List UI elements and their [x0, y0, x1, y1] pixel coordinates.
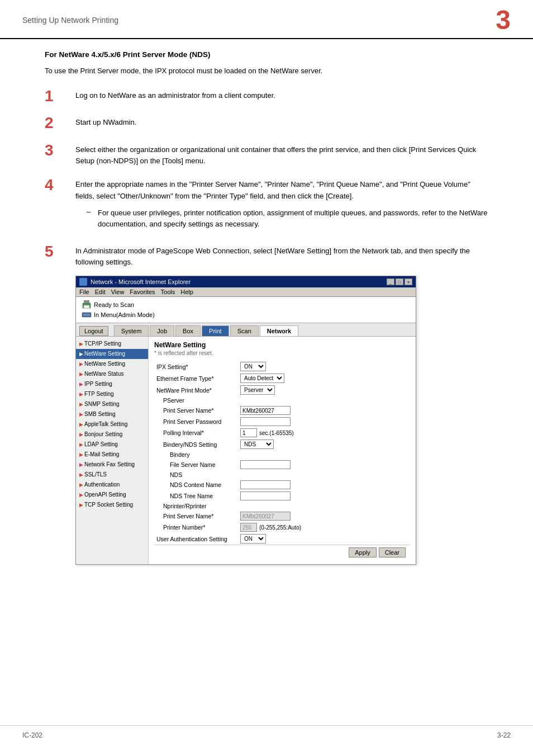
- sidebar-tcpip[interactable]: ▶TCP/IP Setting: [76, 339, 148, 349]
- web-top-bar: Ready to Scan In Menu(Admin Mode): [76, 297, 416, 323]
- nds-tree-input[interactable]: [240, 492, 291, 500]
- sidebar-ssl[interactable]: ▶SSL/TLS: [76, 470, 148, 480]
- logout-button[interactable]: Logout: [79, 326, 108, 336]
- minimize-button[interactable]: _: [387, 278, 394, 285]
- page-footer: IC-202 3-22: [0, 725, 533, 745]
- sidebar-ldap[interactable]: ▶LDAP Setting: [76, 440, 148, 450]
- maximize-button[interactable]: □: [396, 278, 403, 285]
- tab-system[interactable]: System: [114, 325, 149, 336]
- status-line-1: Ready to Scan: [82, 300, 155, 309]
- content-area: For NetWare 4.x/5.x/6 Print Server Mode …: [0, 39, 533, 586]
- sidebar-appletalk[interactable]: ▶AppleTalk Setting: [76, 419, 148, 429]
- row-file-server: File Server Name: [154, 459, 410, 470]
- user-auth-label: User Authentication Setting: [154, 533, 238, 545]
- sidebar-ftp[interactable]: ▶FTP Setting: [76, 389, 148, 399]
- row-print-server-password: Print Server Password: [154, 416, 410, 427]
- polling-suffix: sec.(1-65535): [259, 430, 294, 436]
- step-number-3: 3: [45, 142, 75, 159]
- browser-titlebar: Network - Microsoft Internet Explorer _ …: [76, 276, 416, 287]
- row-ethernet: Ethernet Frame Type* Auto Detect: [154, 372, 410, 384]
- print-server-name-input[interactable]: [240, 406, 291, 415]
- row-printer-number: Printer Number* (0-255,255:Auto): [154, 522, 410, 533]
- netware-mode-value: PserverNprinterOff: [238, 384, 410, 396]
- nds-tree-value: [238, 490, 410, 502]
- step-2: 2 Start up NWadmin.: [45, 115, 488, 132]
- ethernet-select[interactable]: Auto Detect: [240, 374, 284, 383]
- section-heading: For NetWare 4.x/5.x/6 Print Server Mode …: [45, 50, 488, 59]
- nds-context-input[interactable]: [240, 480, 291, 489]
- arrow-icon-3: ▶: [79, 361, 83, 368]
- step-5: 5 In Administrator mode of PageScope Web…: [45, 243, 488, 565]
- printer-number-label: Printer Number*: [154, 522, 238, 533]
- sidebar-auth[interactable]: ▶Authentication: [76, 480, 148, 490]
- arrow-icon-5: ▶: [79, 381, 83, 388]
- arrow-icon-7: ▶: [79, 401, 83, 408]
- menu-file[interactable]: File: [79, 289, 89, 295]
- sidebar-ipp[interactable]: ▶IPP Setting: [76, 379, 148, 389]
- arrow-icon-8: ▶: [79, 411, 83, 418]
- row-user-auth: User Authentication Setting ONOFF: [154, 533, 410, 545]
- print-server-password-input[interactable]: [240, 417, 291, 426]
- browser-title: Network - Microsoft Internet Explorer: [91, 278, 191, 285]
- row-nprinter-label: Nprinter/Rprinter: [154, 502, 410, 511]
- clear-button[interactable]: Clear: [379, 547, 406, 557]
- menu-favorites[interactable]: Favorites: [130, 289, 155, 295]
- sidebar-netware-2[interactable]: ▶NetWare Setting: [76, 359, 148, 369]
- step-text-5: In Administrator mode of PageScope Web C…: [75, 244, 470, 266]
- web-body: ▶TCP/IP Setting ▶NetWare Setting ▶NetWar…: [76, 337, 416, 564]
- step-1: 1 Log on to NetWare as an administrator …: [45, 88, 488, 105]
- ipx-value: ONOFF: [238, 361, 410, 372]
- np-print-server-value: [238, 511, 410, 522]
- form-buttons: Apply Clear: [154, 545, 410, 560]
- arrow-icon: ▶: [79, 341, 83, 348]
- sidebar-tcpsocket[interactable]: ▶TCP Socket Setting: [76, 500, 148, 510]
- file-server-input[interactable]: [240, 460, 291, 469]
- browser-titlebar-buttons[interactable]: _ □ ×: [387, 278, 412, 285]
- menu-edit[interactable]: Edit: [95, 289, 106, 295]
- tab-network[interactable]: Network: [260, 325, 298, 336]
- sidebar-netware-status[interactable]: ▶NetWare Status: [76, 369, 148, 379]
- tab-scan[interactable]: Scan: [230, 325, 259, 336]
- arrow-icon-11: ▶: [79, 441, 83, 448]
- netware-mode-select[interactable]: PserverNprinterOff: [240, 385, 275, 395]
- print-server-password-label: Print Server Password: [154, 416, 238, 427]
- print-server-name-label: Print Server Name*: [154, 405, 238, 416]
- polling-input[interactable]: [240, 428, 257, 437]
- arrow-icon-17: ▶: [79, 502, 83, 509]
- apply-button[interactable]: Apply: [349, 547, 377, 557]
- browser-menubar: File Edit View Favorites Tools Help: [76, 287, 416, 297]
- sidebar-email[interactable]: ▶E-Mail Setting: [76, 450, 148, 460]
- step-number-5: 5: [45, 243, 75, 261]
- menu-help[interactable]: Help: [180, 289, 193, 295]
- svg-rect-1: [84, 300, 89, 303]
- sidebar-smb[interactable]: ▶SMB Setting: [76, 409, 148, 419]
- printer-number-suffix: (0-255,255:Auto): [259, 525, 301, 531]
- polling-value: sec.(1-65535): [238, 427, 410, 438]
- ipx-select[interactable]: ONOFF: [240, 362, 266, 371]
- ethernet-label: Ethernet Frame Type*: [154, 372, 238, 384]
- menu-view[interactable]: View: [111, 289, 125, 295]
- nds-context-label: NDS Context Name: [154, 479, 238, 490]
- sidebar-openapi[interactable]: ▶OpenAPI Setting: [76, 490, 148, 500]
- sidebar-bonjour[interactable]: ▶Bonjour Setting: [76, 429, 148, 440]
- tab-print[interactable]: Print: [202, 325, 229, 336]
- arrow-icon-6: ▶: [79, 391, 83, 398]
- sidebar-snmp[interactable]: ▶SNMP Setting: [76, 399, 148, 409]
- print-server-name-value: [238, 405, 410, 416]
- close-button[interactable]: ×: [404, 278, 412, 285]
- sidebar-netfax[interactable]: ▶Network Fax Setting: [76, 460, 148, 470]
- user-auth-select[interactable]: ONOFF: [240, 534, 266, 544]
- status-line-2: In Menu(Admin Mode): [82, 310, 155, 319]
- bindery-nds-select[interactable]: NDSBindery: [240, 440, 274, 449]
- tab-job[interactable]: Job: [150, 325, 174, 336]
- ipx-label: IPX Setting*: [154, 361, 238, 372]
- row-netware-mode: NetWare Print Mode* PserverNprinterOff: [154, 384, 410, 396]
- arrow-icon-12: ▶: [79, 451, 83, 459]
- arrow-icon-10: ▶: [79, 431, 83, 438]
- nds-tree-label: NDS Tree Name: [154, 490, 238, 502]
- menu-tools[interactable]: Tools: [161, 289, 175, 295]
- status-text-2: In Menu(Admin Mode): [94, 311, 155, 319]
- tab-box[interactable]: Box: [175, 325, 201, 336]
- sidebar-netware-1[interactable]: ▶NetWare Setting: [76, 349, 148, 359]
- bindery-nds-value: NDSBindery: [238, 438, 410, 450]
